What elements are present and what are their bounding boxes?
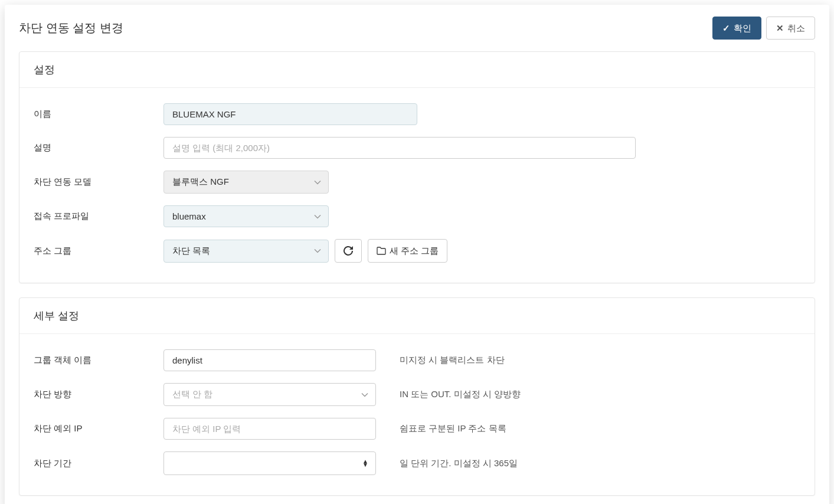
confirm-button[interactable]: 확인 (712, 17, 761, 40)
group-object-name-row: 그룹 객체 이름 미지정 시 블랙리스트 차단 (34, 343, 800, 377)
settings-panel: 설정 이름 설명 차단 연동 모델 블루맥스 NGF (19, 51, 815, 283)
address-group-row: 주소 그룹 차단 목록 (34, 233, 800, 269)
cancel-button[interactable]: 취소 (766, 17, 815, 40)
address-group-select-value: 차단 목록 (172, 246, 210, 257)
address-group-label: 주소 그룹 (34, 246, 152, 257)
block-direction-hint: IN 또는 OUT. 미설정 시 양방향 (400, 389, 521, 400)
exception-ip-input[interactable] (163, 418, 376, 440)
close-icon (776, 22, 784, 34)
modal-title: 차단 연동 설정 변경 (19, 20, 123, 36)
group-object-name-label: 그룹 객체 이름 (34, 355, 152, 366)
name-label: 이름 (34, 109, 152, 120)
block-direction-select[interactable]: 선택 안 함 (163, 383, 376, 406)
chevron-down-icon (314, 248, 321, 253)
settings-panel-body: 이름 설명 차단 연동 모델 블루맥스 NGF (19, 88, 815, 283)
new-address-group-button[interactable]: 새 주소 그룹 (368, 239, 447, 263)
group-object-name-hint: 미지정 시 블랙리스트 차단 (400, 355, 505, 366)
settings-panel-title: 설정 (19, 52, 815, 88)
modal: 차단 연동 설정 변경 확인 취소 설정 이름 설명 (5, 5, 829, 504)
exception-ip-label: 차단 예외 IP (34, 423, 152, 434)
name-row: 이름 (34, 97, 800, 131)
confirm-button-label: 확인 (734, 22, 751, 34)
block-period-label: 차단 기간 (34, 458, 152, 469)
profile-label: 접속 프로파일 (34, 211, 152, 222)
new-address-group-label: 새 주소 그룹 (390, 246, 439, 257)
exception-ip-row: 차단 예외 IP 쉼표로 구분된 IP 주소 목록 (34, 412, 800, 446)
cancel-button-label: 취소 (787, 22, 805, 34)
profile-select[interactable]: bluemax (163, 205, 329, 227)
block-period-row: 차단 기간 ▲▼ 일 단위 기간. 미설정 시 365일 (34, 446, 800, 481)
detail-panel: 세부 설정 그룹 객체 이름 미지정 시 블랙리스트 차단 차단 방향 선택 안… (19, 297, 815, 496)
refresh-icon (344, 246, 353, 256)
description-input[interactable] (163, 137, 636, 159)
block-period-hint: 일 단위 기간. 미설정 시 365일 (400, 458, 518, 469)
block-direction-row: 차단 방향 선택 안 함 IN 또는 OUT. 미설정 시 양방향 (34, 377, 800, 412)
block-direction-placeholder: 선택 안 함 (172, 389, 212, 400)
refresh-button[interactable] (335, 239, 362, 263)
model-label: 차단 연동 모델 (34, 176, 152, 188)
detail-panel-body: 그룹 객체 이름 미지정 시 블랙리스트 차단 차단 방향 선택 안 함 IN … (19, 334, 815, 495)
model-row: 차단 연동 모델 블루맥스 NGF (34, 165, 800, 199)
description-row: 설명 (34, 131, 800, 165)
chevron-down-icon (314, 180, 321, 185)
description-label: 설명 (34, 142, 152, 153)
exception-ip-hint: 쉼표로 구분된 IP 주소 목록 (400, 423, 506, 434)
address-group-select[interactable]: 차단 목록 (163, 240, 329, 263)
chevron-down-icon (361, 392, 368, 397)
number-stepper-icon: ▲▼ (362, 460, 368, 467)
block-period-input[interactable]: ▲▼ (163, 451, 376, 475)
detail-panel-title: 세부 설정 (19, 298, 815, 334)
model-select[interactable]: 블루맥스 NGF (163, 171, 329, 194)
check-icon (722, 22, 730, 34)
profile-select-value: bluemax (172, 211, 206, 221)
model-select-value: 블루맥스 NGF (172, 176, 229, 188)
name-input[interactable] (163, 103, 417, 125)
modal-actions: 확인 취소 (712, 17, 815, 40)
group-object-name-input[interactable] (163, 349, 376, 371)
folder-icon (377, 247, 386, 255)
chevron-down-icon (314, 214, 321, 219)
modal-header: 차단 연동 설정 변경 확인 취소 (5, 5, 829, 51)
profile-row: 접속 프로파일 bluemax (34, 199, 800, 233)
block-direction-label: 차단 방향 (34, 389, 152, 400)
